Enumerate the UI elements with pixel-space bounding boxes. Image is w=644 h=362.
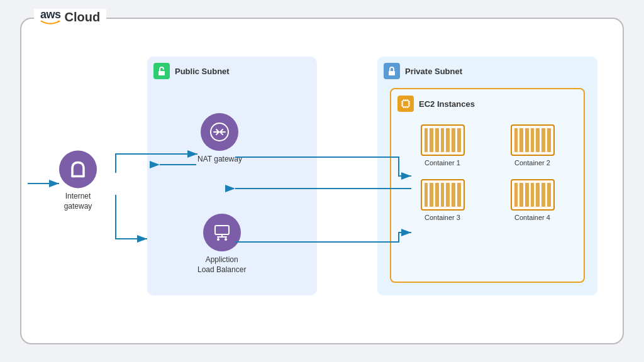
stripe (514, 183, 518, 207)
lock-closed-icon (387, 66, 397, 76)
ec2-instances-box: EC2 Instances (390, 88, 585, 283)
stripe (514, 128, 518, 152)
arrow-igw-to-alb (116, 195, 147, 239)
svg-rect-14 (402, 101, 409, 107)
stripe (547, 183, 551, 207)
list-item: Container 3 (404, 179, 481, 221)
stripe (531, 128, 535, 152)
stripe (536, 183, 540, 207)
container-1-icon (421, 124, 465, 156)
ec2-header: EC2 Instances (397, 96, 577, 112)
aws-logo-text: aws (40, 9, 61, 20)
list-item: Container 4 (494, 179, 571, 221)
container-2-label: Container 2 (514, 159, 550, 167)
containers-grid: Container 1 (397, 121, 577, 224)
internet-gateway-icon (59, 150, 97, 188)
alb-icon (203, 214, 241, 251)
ec2-label: EC2 Instances (419, 99, 475, 109)
lock-open-icon (157, 66, 167, 76)
stripe (519, 128, 523, 152)
alb-label: Appliction Load Balancer (197, 255, 246, 275)
svg-rect-13 (389, 71, 395, 75)
list-item: Container 1 (404, 124, 481, 167)
stripe (435, 183, 439, 207)
stripe (430, 183, 433, 207)
ec2-symbol (401, 99, 411, 109)
private-subnet-icon (384, 63, 400, 79)
nat-symbol (209, 121, 230, 143)
private-subnet-label: Private Subnet (405, 67, 462, 76)
stripe (519, 183, 523, 207)
aws-logo: aws (40, 9, 61, 25)
container-2-icon (511, 124, 555, 156)
internet-gateway-label: Internet gateway (64, 192, 92, 211)
stripe (457, 128, 461, 152)
svg-rect-6 (215, 226, 229, 234)
public-subnet-header: Public Subnet (153, 63, 311, 79)
aws-cloud-label: aws Cloud (34, 9, 106, 25)
stripe (425, 128, 428, 152)
stripe (441, 183, 445, 207)
cloud-label: Cloud (65, 10, 101, 25)
container-4-label: Container 4 (514, 214, 550, 221)
stripe (446, 183, 450, 207)
aws-smile-icon (40, 20, 60, 25)
ig-symbol (67, 158, 89, 180)
stripe (531, 183, 535, 207)
stripe (435, 128, 439, 152)
nat-gateway-icon (201, 113, 238, 151)
stripe (430, 128, 433, 152)
public-subnet-icon (153, 63, 170, 79)
stripe (441, 128, 445, 152)
private-subnet-header: Private Subnet (384, 63, 591, 79)
alb: Appliction Load Balancer (197, 214, 246, 275)
public-subnet: Public Subnet NAT gateway (147, 57, 317, 295)
stripe (536, 128, 540, 152)
container-3-label: Container 3 (425, 214, 460, 221)
alb-symbol (211, 222, 233, 243)
nat-gateway: NAT gateway (197, 113, 242, 163)
public-subnet-label: Public Subnet (175, 67, 230, 76)
svg-point-9 (217, 238, 219, 241)
ec2-icon (397, 96, 414, 112)
container-4-icon (511, 179, 555, 211)
stripe (525, 183, 529, 207)
aws-cloud-container: aws Cloud Internet gateway (20, 18, 624, 344)
private-subnet: Private Subnet (377, 57, 597, 295)
stripe (541, 128, 545, 152)
svg-point-10 (225, 238, 227, 241)
nat-gateway-label: NAT gateway (197, 155, 242, 163)
stripe (425, 183, 428, 207)
stripe (541, 183, 545, 207)
container-1-label: Container 1 (425, 159, 460, 167)
svg-rect-2 (158, 71, 165, 75)
stripe (452, 128, 455, 152)
list-item: Container 2 (494, 124, 571, 167)
stripe (525, 128, 529, 152)
internet-gateway: Internet gateway (59, 150, 97, 211)
stripe (457, 183, 461, 207)
stripe (547, 128, 551, 152)
container-3-icon (421, 179, 465, 211)
stripe (446, 128, 450, 152)
stripe (452, 183, 455, 207)
